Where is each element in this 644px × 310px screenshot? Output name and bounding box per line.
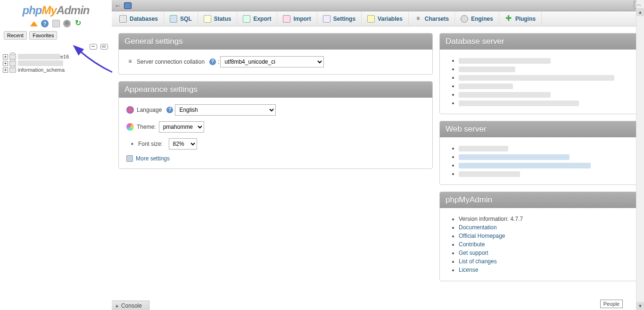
pma-link-support[interactable]: Get support bbox=[459, 250, 488, 256]
list-item bbox=[459, 90, 629, 99]
sidebar: phpMyAdmin ? ↻ Recent Favorites + e16 + … bbox=[0, 0, 112, 310]
breadcrumb-bar: ← bbox=[112, 0, 644, 11]
theme-select[interactable]: pmahomme bbox=[159, 121, 204, 133]
appearance-settings-panel: Appearance settings Language ? English bbox=[118, 81, 433, 169]
phpmyadmin-panel: phpMyAdmin Version information: 4.7.7 Do… bbox=[439, 192, 637, 281]
menu-label: Status bbox=[214, 16, 231, 22]
language-row: Language ? English bbox=[126, 104, 425, 116]
menu-plugins[interactable]: ✚Plugins bbox=[499, 11, 542, 26]
export-icon bbox=[243, 15, 250, 23]
menu-label: Export bbox=[253, 16, 271, 22]
tree-item[interactable]: + bbox=[2, 60, 110, 67]
back-icon[interactable]: ← bbox=[115, 2, 121, 9]
settings-icon bbox=[323, 15, 330, 23]
logo[interactable]: phpMyAdmin bbox=[0, 0, 112, 19]
refresh-icon[interactable]: ↻ bbox=[74, 20, 82, 27]
pma-link-contribute[interactable]: Contribute bbox=[459, 241, 485, 248]
theme-row: Theme: pmahomme bbox=[126, 121, 425, 133]
panel-heading: phpMyAdmin bbox=[440, 192, 637, 208]
menu-label: Import bbox=[293, 16, 311, 22]
collation-label: Server connection collation bbox=[137, 59, 205, 65]
menu-sql[interactable]: SQL bbox=[164, 11, 198, 26]
more-settings-link[interactable]: More settings bbox=[136, 155, 170, 162]
plugins-icon: ✚ bbox=[505, 15, 512, 23]
expand-icon[interactable]: + bbox=[3, 67, 8, 73]
language-icon bbox=[126, 106, 134, 114]
people-indicator[interactable]: People bbox=[600, 300, 623, 308]
tree-item[interactable]: + e16 bbox=[2, 53, 110, 60]
help-icon[interactable]: ? bbox=[209, 59, 216, 65]
list-item bbox=[459, 144, 629, 152]
variables-icon bbox=[367, 15, 375, 23]
menu-import[interactable]: Import bbox=[277, 11, 317, 26]
version-info: Version information: 4.7.7 bbox=[459, 215, 629, 223]
database-server-panel: Database server bbox=[439, 33, 637, 114]
collation-icon: ≡ bbox=[126, 58, 134, 66]
menu-label: Databases bbox=[130, 16, 158, 22]
more-settings-row: More settings bbox=[126, 155, 425, 162]
expand-icon[interactable]: + bbox=[3, 61, 8, 66]
scroll-down-icon[interactable]: ▼ bbox=[636, 302, 644, 310]
menu-charsets[interactable]: ≡Charsets bbox=[409, 11, 455, 26]
blurred-db-name bbox=[18, 60, 63, 66]
list-item bbox=[459, 65, 629, 73]
collation-select[interactable]: utf8mb4_unicode_ci bbox=[220, 56, 324, 67]
menu-engines[interactable]: Engines bbox=[455, 11, 499, 26]
menu-status[interactable]: Status bbox=[198, 11, 238, 26]
list-item bbox=[459, 73, 629, 82]
help-icon[interactable]: ? bbox=[41, 20, 49, 27]
list-item bbox=[459, 169, 629, 178]
wrench-icon bbox=[126, 155, 133, 162]
engines-icon bbox=[461, 15, 468, 23]
expand-icon[interactable]: + bbox=[3, 54, 8, 59]
chevron-up-icon: ▲ bbox=[115, 303, 119, 308]
menu-label: Charsets bbox=[425, 16, 449, 22]
pma-link-license[interactable]: License bbox=[459, 267, 478, 273]
main: ← ⌃ DatabasesSQLStatusExportImportSettin… bbox=[112, 0, 644, 310]
double-chevron-up-icon[interactable]: ︽ bbox=[636, 0, 643, 5]
charsets-icon: ≡ bbox=[414, 15, 422, 23]
language-select[interactable]: English bbox=[175, 104, 276, 116]
pma-link-changes[interactable]: List of changes bbox=[459, 258, 497, 265]
docs-icon[interactable] bbox=[52, 20, 60, 27]
tree-item-information-schema[interactable]: + information_schema bbox=[2, 67, 110, 73]
menu-variables[interactable]: Variables bbox=[362, 11, 409, 26]
list-item bbox=[459, 82, 629, 90]
help-icon[interactable]: ? bbox=[166, 107, 173, 113]
pma-link-homepage[interactable]: Official Homepage bbox=[459, 233, 505, 239]
tab-favorites[interactable]: Favorites bbox=[29, 31, 57, 40]
language-label: Language bbox=[137, 107, 162, 113]
web-server-panel: Web server bbox=[439, 121, 637, 185]
link-icon[interactable] bbox=[100, 44, 108, 50]
fontsize-label: Font size: bbox=[138, 141, 163, 147]
pma-link-documentation[interactable]: Documentation bbox=[459, 224, 497, 231]
theme-icon bbox=[126, 123, 134, 131]
blurred-db-name bbox=[18, 54, 60, 59]
scroll-up-icon[interactable]: ▲ bbox=[636, 8, 644, 16]
panel-heading: Web server bbox=[440, 121, 637, 137]
scrollbar[interactable]: ︽ ▲ ▼ bbox=[636, 0, 644, 310]
menu-label: Variables bbox=[378, 16, 403, 22]
settings-icon[interactable] bbox=[63, 20, 71, 27]
sidebar-tabs: Recent Favorites bbox=[0, 30, 112, 41]
menu-export[interactable]: Export bbox=[237, 11, 277, 26]
console-toggle[interactable]: ▲ Console bbox=[112, 301, 149, 310]
import-icon bbox=[283, 15, 290, 23]
menu-label: Plugins bbox=[515, 16, 536, 22]
server-icon[interactable] bbox=[124, 2, 132, 9]
databases-icon bbox=[119, 15, 127, 23]
tab-recent[interactable]: Recent bbox=[4, 31, 27, 40]
list-item bbox=[459, 99, 629, 107]
menu-settings[interactable]: Settings bbox=[317, 11, 362, 26]
home-icon[interactable] bbox=[30, 19, 38, 26]
sql-icon bbox=[170, 15, 177, 23]
list-item bbox=[459, 56, 629, 65]
fontsize-row: Font size: 82% bbox=[131, 138, 425, 150]
fontsize-select[interactable]: 82% bbox=[169, 138, 197, 150]
menu-databases[interactable]: Databases bbox=[114, 11, 164, 26]
db-tree: + e16 + + information_schema bbox=[0, 50, 112, 76]
collapse-all-icon[interactable] bbox=[90, 44, 97, 50]
list-item bbox=[459, 161, 629, 169]
panel-heading: General settings bbox=[119, 34, 432, 50]
theme-label: Theme: bbox=[137, 124, 156, 130]
